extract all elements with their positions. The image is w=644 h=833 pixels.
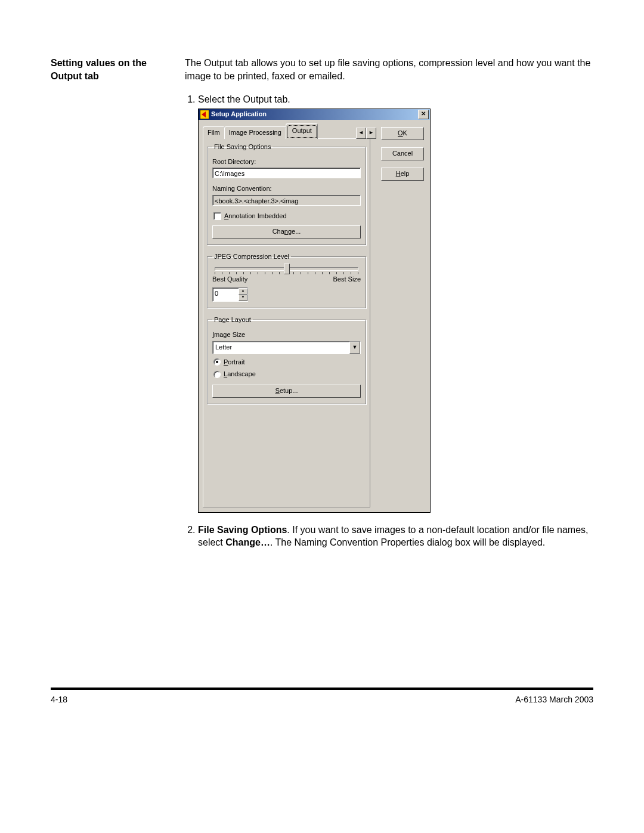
portrait-label: Portrait: [224, 358, 244, 367]
best-size-label: Best Size: [333, 275, 361, 284]
ok-button[interactable]: OK: [381, 127, 424, 140]
landscape-radio[interactable]: [213, 371, 221, 378]
step-1: Select the Output tab. Setup Application…: [198, 93, 593, 513]
slider-thumb-icon[interactable]: [284, 264, 290, 274]
setup-button[interactable]: Setup...: [212, 385, 361, 398]
spinner-up-icon[interactable]: ▲: [239, 288, 247, 295]
jpeg-legend: JPEG Compression Level: [212, 252, 291, 261]
dropdown-icon[interactable]: ▼: [349, 342, 360, 354]
titlebar: Setup Application ✕: [199, 109, 430, 120]
root-directory-label: Root Directory:: [212, 157, 361, 166]
compression-slider[interactable]: [215, 267, 358, 271]
intro-paragraph: The Output tab allows you to set up file…: [185, 57, 593, 82]
help-button[interactable]: Help: [381, 168, 424, 181]
tab-image-processing[interactable]: Image Processing: [224, 126, 286, 139]
image-size-select[interactable]: Letter ▼: [212, 341, 361, 354]
page-layout-legend: Page Layout: [212, 315, 253, 324]
cancel-button[interactable]: Cancel: [381, 147, 424, 160]
step-1-text: Select the Output tab.: [198, 94, 290, 104]
tab-row: Film Image Processing Output ◄ ►: [203, 126, 376, 139]
page-layout-group: Page Layout Image Size Letter ▼: [207, 315, 366, 404]
output-tab-panel: File Saving Options Root Directory: C:\I…: [203, 138, 370, 507]
best-quality-label: Best Quality: [212, 275, 247, 284]
tab-film[interactable]: Film: [203, 126, 225, 139]
landscape-label: Landscape: [224, 370, 256, 379]
tab-scroll-left-icon[interactable]: ◄: [356, 128, 366, 139]
annotation-imbedded-label: Annotation Imbedded: [224, 212, 287, 221]
dialog-title: Setup Application: [211, 110, 267, 119]
step-2: File Saving Options. If you want to save…: [198, 524, 593, 549]
annotation-imbedded-checkbox[interactable]: [213, 212, 221, 220]
portrait-radio[interactable]: [213, 358, 221, 366]
tab-scroll-right-icon[interactable]: ►: [366, 128, 376, 139]
file-saving-legend: File Saving Options: [212, 143, 273, 151]
file-saving-options-group: File Saving Options Root Directory: C:\I…: [207, 143, 366, 245]
step-2-bold: File Saving Options: [198, 525, 287, 535]
spinner-down-icon[interactable]: ▼: [239, 295, 247, 301]
change-button[interactable]: Change...: [212, 225, 361, 239]
tab-output[interactable]: Output: [287, 125, 317, 138]
compression-value[interactable]: 0: [213, 288, 239, 301]
app-icon: [200, 110, 209, 119]
naming-convention-label: Naming Convention:: [212, 184, 361, 193]
step-2-bold-2: Change…: [225, 537, 270, 547]
jpeg-compression-group: JPEG Compression Level Best Quality Best…: [207, 252, 366, 308]
image-size-label: Image Size: [212, 330, 361, 339]
doc-id: A-61133 March 2003: [515, 695, 593, 704]
root-directory-input[interactable]: C:\Images: [212, 168, 361, 178]
close-icon[interactable]: ✕: [418, 110, 429, 119]
page-number: 4-18: [51, 695, 67, 704]
section-heading: Setting values on the Output tab: [51, 57, 167, 556]
naming-convention-input[interactable]: <book.3>.<chapter.3>.<imag: [212, 195, 361, 206]
compression-value-spinner[interactable]: 0 ▲ ▼: [212, 287, 248, 302]
step-2-text-2: . The Naming Convention Properties dialo…: [270, 537, 545, 547]
setup-application-dialog: Setup Application ✕ Film Image Processin…: [198, 109, 431, 513]
